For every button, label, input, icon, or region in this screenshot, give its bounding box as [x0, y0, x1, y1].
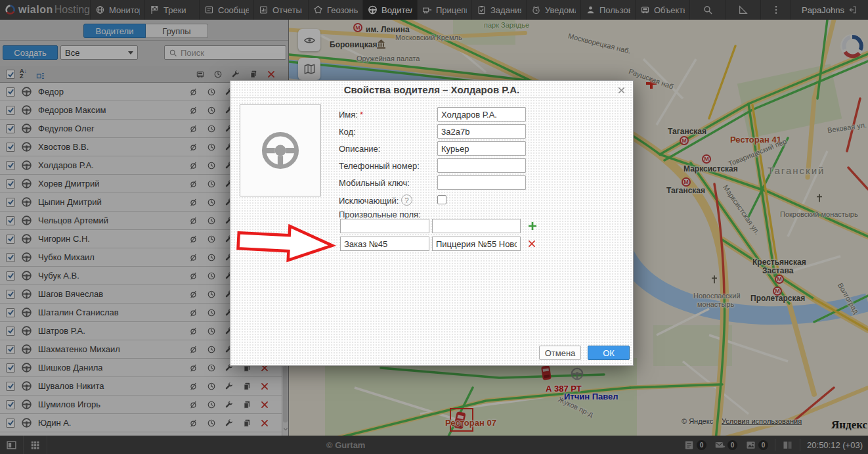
name-field-label: Имя:* [339, 110, 363, 120]
description-field-label: Описание: [339, 144, 380, 154]
custom-field-name-input-new[interactable] [340, 219, 429, 233]
phone-field-label: Телефонный номер: [339, 161, 420, 171]
remove-custom-field-button[interactable] [527, 239, 538, 250]
ok-button[interactable]: ОК [588, 346, 630, 360]
annotation-arrow [236, 221, 337, 266]
wialon-hosting-app: { "topbar": { "brand": { "name": "wialon… [0, 0, 868, 454]
close-icon [617, 86, 626, 95]
phone-input[interactable] [437, 158, 526, 173]
steering-wheel-icon [259, 129, 302, 172]
exclusive-checkbox[interactable] [437, 195, 446, 204]
mobile-key-field-label: Мобильный ключ: [339, 178, 410, 188]
custom-field-value-input-new[interactable] [432, 219, 521, 233]
custom-field-value-input[interactable] [432, 237, 521, 251]
custom-fields-label: Произвольные поля: [339, 210, 421, 219]
add-custom-field-button[interactable] [527, 221, 538, 231]
exclusive-field-label: Исключающий: [339, 196, 399, 206]
code-input[interactable] [437, 124, 526, 139]
driver-properties-dialog: Свойства водителя – Холдаров Р.А. Имя:* … [230, 80, 634, 366]
required-mark: * [360, 110, 363, 120]
name-input[interactable] [437, 107, 526, 122]
cancel-button[interactable]: Отмена [539, 346, 581, 360]
code-field-label: Код: [339, 127, 356, 137]
mobile-key-input[interactable] [437, 175, 526, 190]
help-icon[interactable]: ? [401, 194, 412, 206]
custom-field-name-input[interactable] [340, 237, 429, 251]
driver-photo-placeholder[interactable] [240, 104, 321, 196]
close-dialog-button[interactable] [617, 84, 628, 95]
description-input[interactable] [437, 141, 526, 156]
x-icon [527, 239, 536, 248]
plus-icon [527, 221, 538, 231]
dialog-title: Свойства водителя – Холдаров Р.А. [230, 81, 633, 98]
